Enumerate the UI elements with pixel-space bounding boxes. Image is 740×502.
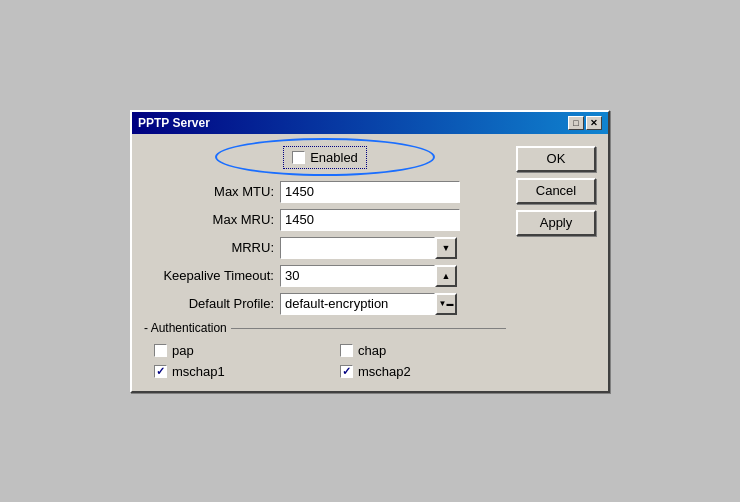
mschap2-row: mschap2 [340, 364, 506, 379]
auth-section-label: - Authentication [144, 321, 231, 335]
max-mtu-row: Max MTU: [144, 181, 506, 203]
buttons-area: OK Cancel Apply [516, 146, 596, 379]
minimize-button[interactable]: □ [568, 116, 584, 130]
enabled-box: Enabled [283, 146, 367, 169]
mrru-row: MRRU: ▼ [144, 237, 506, 259]
ok-button[interactable]: OK [516, 146, 596, 172]
default-profile-row: Default Profile: ▼▬ [144, 293, 506, 315]
chap-row: chap [340, 343, 506, 358]
enabled-wrapper: Enabled [144, 146, 506, 169]
cancel-button[interactable]: Cancel [516, 178, 596, 204]
auth-checkbox-grid: pap chap mschap1 mschap2 [144, 343, 506, 379]
keepalive-container: ▲ [280, 265, 457, 287]
max-mru-label: Max MRU: [144, 212, 274, 227]
pap-label: pap [172, 343, 194, 358]
mschap1-row: mschap1 [154, 364, 320, 379]
mschap2-label: mschap2 [358, 364, 411, 379]
keepalive-row: Keepalive Timeout: ▲ [144, 265, 506, 287]
chap-label: chap [358, 343, 386, 358]
mrru-dropdown-container: ▼ [280, 237, 457, 259]
enabled-checkbox[interactable] [292, 151, 305, 164]
mrru-dropdown-button[interactable]: ▼ [435, 237, 457, 259]
pptp-server-dialog: PPTP Server □ ✕ Enabled Max MTU: [130, 110, 610, 393]
title-bar-buttons: □ ✕ [568, 116, 602, 130]
keepalive-input[interactable] [280, 265, 435, 287]
keepalive-label: Keepalive Timeout: [144, 268, 274, 283]
dialog-content: Enabled Max MTU: Max MRU: MRRU: ▼ [132, 134, 608, 391]
mschap2-checkbox[interactable] [340, 365, 353, 378]
close-button[interactable]: ✕ [586, 116, 602, 130]
max-mru-input[interactable] [280, 209, 460, 231]
default-profile-input[interactable] [280, 293, 435, 315]
default-profile-container: ▼▬ [280, 293, 457, 315]
chap-checkbox[interactable] [340, 344, 353, 357]
pap-checkbox[interactable] [154, 344, 167, 357]
max-mtu-label: Max MTU: [144, 184, 274, 199]
keepalive-up-button[interactable]: ▲ [435, 265, 457, 287]
form-area: Enabled Max MTU: Max MRU: MRRU: ▼ [144, 146, 506, 379]
title-bar: PPTP Server □ ✕ [132, 112, 608, 134]
enabled-label: Enabled [310, 150, 358, 165]
mschap1-label: mschap1 [172, 364, 225, 379]
max-mru-row: Max MRU: [144, 209, 506, 231]
auth-separator-line [231, 328, 506, 329]
max-mtu-input[interactable] [280, 181, 460, 203]
auth-separator-area: - Authentication [144, 321, 506, 335]
pap-row: pap [154, 343, 320, 358]
window-title: PPTP Server [138, 116, 210, 130]
mrru-input[interactable] [280, 237, 435, 259]
apply-button[interactable]: Apply [516, 210, 596, 236]
mrru-label: MRRU: [144, 240, 274, 255]
default-profile-label: Default Profile: [144, 296, 274, 311]
mschap1-checkbox[interactable] [154, 365, 167, 378]
default-profile-dropdown-button[interactable]: ▼▬ [435, 293, 457, 315]
